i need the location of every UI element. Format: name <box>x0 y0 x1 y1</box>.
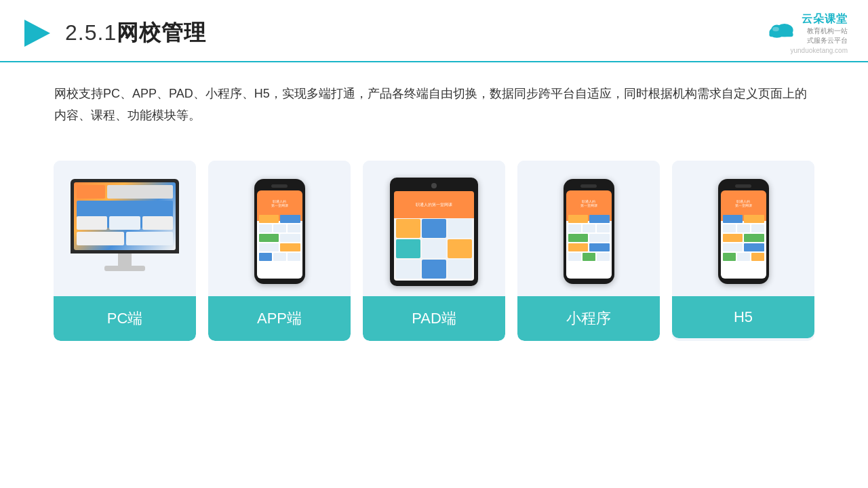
phone-screen-h5: 职通人的第一堂网课 <box>721 190 766 279</box>
tablet-header: 职通人的第一堂网课 <box>396 193 472 217</box>
monitor-screen <box>74 182 176 250</box>
phone-notch-h5 <box>735 184 751 188</box>
card-h5-image: 职通人的第一堂网课 <box>672 161 814 296</box>
ts-cell <box>448 260 472 279</box>
logo-tagline2: 式服务云平台 <box>802 36 848 45</box>
phone-screen-miniapp: 职通人的第一堂网课 <box>566 190 612 279</box>
card-miniapp: 职通人的第一堂网课 小程序 <box>517 161 660 341</box>
card-app-label: APP端 <box>208 296 351 341</box>
card-miniapp-image: 职通人的第一堂网课 <box>517 161 660 296</box>
cards-container: PC端 职通人的第一堂网课 <box>0 140 868 354</box>
logo-name: 云朵课堂 <box>802 12 848 26</box>
ts-cell <box>396 239 420 258</box>
header-left: 2.5.1网校管理 <box>20 17 206 49</box>
ts-cell <box>448 219 472 238</box>
header: 2.5.1网校管理 云朵课堂 教育机构一站 式服务云平台 yunduoketan… <box>0 0 868 62</box>
ts-cell <box>396 219 420 238</box>
phone-screen-header-h5: 职通人的第一堂网课 <box>723 193 764 214</box>
ts-cell <box>422 219 446 238</box>
card-pad-image: 职通人的第一堂网课 <box>363 161 505 296</box>
ts-cell <box>422 239 446 258</box>
ts-cell <box>448 239 472 258</box>
phone-screen: 职通人的第一堂网课 <box>257 190 302 279</box>
card-app: 职通人的第一堂网课 APP端 <box>208 161 351 341</box>
pc-monitor-mockup <box>67 179 182 284</box>
card-pc-label: PC端 <box>54 296 196 341</box>
tablet-screen: 职通人的第一堂网课 <box>394 191 474 281</box>
svg-rect-4 <box>769 32 793 36</box>
monitor-body <box>71 179 179 253</box>
logo-tagline: 教育机构一站 <box>802 26 848 36</box>
card-pad: 职通人的第一堂网课 <box>363 161 505 341</box>
ts-cell <box>422 260 446 279</box>
card-h5: 职通人的第一堂网课 H5 <box>672 161 814 341</box>
logo-area: 云朵课堂 教育机构一站 式服务云平台 yunduoketang.com <box>765 12 848 54</box>
tablet-btn <box>431 183 437 188</box>
h5-phone-mockup: 职通人的第一堂网课 <box>718 179 769 284</box>
pad-tablet-mockup: 职通人的第一堂网课 <box>390 178 478 286</box>
card-app-image: 职通人的第一堂网课 <box>208 161 351 296</box>
miniapp-phone-mockup: 职通人的第一堂网课 <box>564 179 614 284</box>
play-icon <box>20 17 53 49</box>
logo-text-block: 云朵课堂 教育机构一站 式服务云平台 <box>802 12 848 45</box>
logo-cloud: 云朵课堂 教育机构一站 式服务云平台 <box>765 12 848 45</box>
app-phone-mockup: 职通人的第一堂网课 <box>254 179 305 284</box>
card-miniapp-label: 小程序 <box>517 296 660 341</box>
logo-url: yunduoketang.com <box>790 47 848 54</box>
card-pc-image <box>54 161 196 296</box>
svg-marker-0 <box>24 20 50 47</box>
tablet-grid <box>396 219 472 279</box>
cloud-logo-icon <box>765 18 797 40</box>
svg-point-5 <box>772 26 779 30</box>
card-pc: PC端 <box>54 161 196 341</box>
phone-screen-header-miniapp: 职通人的第一堂网课 <box>568 193 610 214</box>
page-title: 2.5.1网校管理 <box>65 18 206 48</box>
ts-cell <box>396 260 420 279</box>
phone-notch-miniapp <box>580 184 597 188</box>
monitor-stand <box>118 253 132 266</box>
card-h5-label: H5 <box>672 296 814 338</box>
description-text: 网校支持PC、APP、PAD、小程序、H5，实现多端打通，产品各终端自由切换，数… <box>0 62 868 134</box>
monitor-base <box>104 266 145 271</box>
phone-notch <box>271 184 288 188</box>
card-pad-label: PAD端 <box>363 296 505 341</box>
phone-screen-header: 职通人的第一堂网课 <box>259 193 300 214</box>
